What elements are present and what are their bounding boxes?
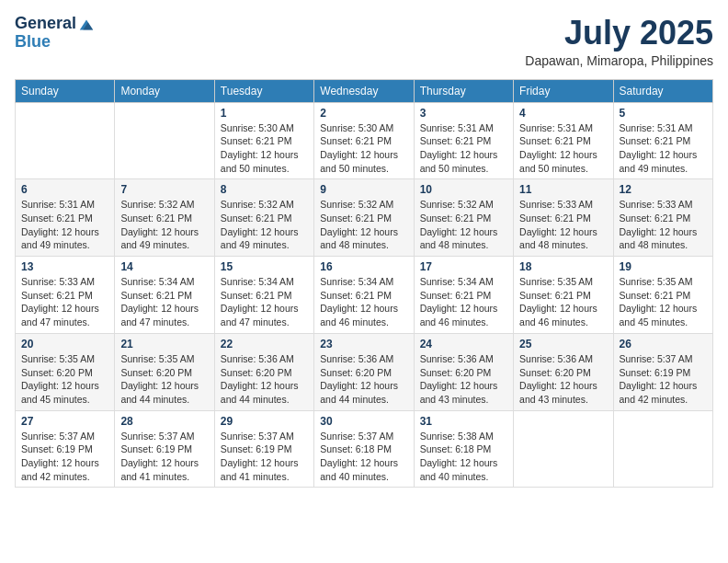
day-info: Sunrise: 5:30 AM Sunset: 6:21 PM Dayligh… xyxy=(221,121,308,176)
calendar-cell: 12Sunrise: 5:33 AM Sunset: 6:21 PM Dayli… xyxy=(613,179,712,257)
calendar-week-row: 13Sunrise: 5:33 AM Sunset: 6:21 PM Dayli… xyxy=(16,257,713,334)
day-info: Sunrise: 5:32 AM Sunset: 6:21 PM Dayligh… xyxy=(420,198,507,252)
calendar-location: Dapawan, Mimaropa, Philippines xyxy=(525,53,713,68)
day-number: 25 xyxy=(519,338,607,350)
weekday-header-sunday: Sunday xyxy=(16,79,115,102)
day-info: Sunrise: 5:36 AM Sunset: 6:20 PM Dayligh… xyxy=(320,352,407,407)
calendar-cell: 27Sunrise: 5:37 AM Sunset: 6:19 PM Dayli… xyxy=(16,410,115,488)
day-number: 4 xyxy=(519,107,607,120)
day-info: Sunrise: 5:37 AM Sunset: 6:19 PM Dayligh… xyxy=(221,430,308,484)
day-info: Sunrise: 5:32 AM Sunset: 6:21 PM Dayligh… xyxy=(120,198,208,252)
calendar-cell: 3Sunrise: 5:31 AM Sunset: 6:21 PM Daylig… xyxy=(414,102,513,179)
day-number: 14 xyxy=(120,260,208,273)
day-number: 30 xyxy=(320,415,407,428)
day-number: 26 xyxy=(620,338,707,350)
day-number: 20 xyxy=(21,338,108,350)
weekday-header-saturday: Saturday xyxy=(613,79,712,102)
calendar-cell: 2Sunrise: 5:30 AM Sunset: 6:21 PM Daylig… xyxy=(314,102,414,179)
calendar-cell xyxy=(115,102,214,179)
day-number: 18 xyxy=(519,260,607,273)
day-info: Sunrise: 5:33 AM Sunset: 6:21 PM Dayligh… xyxy=(620,198,707,252)
day-info: Sunrise: 5:31 AM Sunset: 6:21 PM Dayligh… xyxy=(519,121,607,176)
calendar-week-row: 20Sunrise: 5:35 AM Sunset: 6:20 PM Dayli… xyxy=(16,333,713,410)
calendar-cell: 11Sunrise: 5:33 AM Sunset: 6:21 PM Dayli… xyxy=(514,179,613,257)
logo-icon xyxy=(78,17,95,33)
calendar-cell xyxy=(16,102,115,179)
day-number: 7 xyxy=(120,183,208,196)
calendar-cell: 24Sunrise: 5:36 AM Sunset: 6:20 PM Dayli… xyxy=(414,333,513,410)
day-number: 29 xyxy=(221,415,308,428)
day-number: 5 xyxy=(620,107,707,120)
calendar-cell: 13Sunrise: 5:33 AM Sunset: 6:21 PM Dayli… xyxy=(16,257,115,334)
day-number: 23 xyxy=(320,338,407,350)
day-info: Sunrise: 5:33 AM Sunset: 6:21 PM Dayligh… xyxy=(21,275,108,329)
weekday-header-monday: Monday xyxy=(115,79,214,102)
weekday-header-thursday: Thursday xyxy=(414,79,513,102)
calendar-cell: 26Sunrise: 5:37 AM Sunset: 6:19 PM Dayli… xyxy=(613,333,712,410)
calendar-cell: 8Sunrise: 5:32 AM Sunset: 6:21 PM Daylig… xyxy=(214,179,313,257)
calendar-cell: 7Sunrise: 5:32 AM Sunset: 6:21 PM Daylig… xyxy=(115,179,214,257)
day-number: 17 xyxy=(420,260,507,273)
day-info: Sunrise: 5:36 AM Sunset: 6:20 PM Dayligh… xyxy=(519,352,607,407)
day-number: 2 xyxy=(320,107,407,120)
calendar-cell: 5Sunrise: 5:31 AM Sunset: 6:21 PM Daylig… xyxy=(613,102,712,179)
calendar-cell: 16Sunrise: 5:34 AM Sunset: 6:21 PM Dayli… xyxy=(314,257,414,334)
calendar-cell xyxy=(514,410,613,488)
calendar-cell: 14Sunrise: 5:34 AM Sunset: 6:21 PM Dayli… xyxy=(115,257,214,334)
day-info: Sunrise: 5:32 AM Sunset: 6:21 PM Dayligh… xyxy=(320,198,407,252)
calendar-cell: 4Sunrise: 5:31 AM Sunset: 6:21 PM Daylig… xyxy=(514,102,613,179)
day-number: 12 xyxy=(620,183,707,196)
calendar-cell: 15Sunrise: 5:34 AM Sunset: 6:21 PM Dayli… xyxy=(214,257,313,334)
weekday-header-friday: Friday xyxy=(514,79,613,102)
day-number: 1 xyxy=(221,107,308,120)
day-number: 10 xyxy=(420,183,507,196)
calendar-table: SundayMondayTuesdayWednesdayThursdayFrid… xyxy=(15,79,713,488)
day-number: 6 xyxy=(21,183,108,196)
day-info: Sunrise: 5:31 AM Sunset: 6:21 PM Dayligh… xyxy=(420,121,507,176)
calendar-cell: 28Sunrise: 5:37 AM Sunset: 6:19 PM Dayli… xyxy=(115,410,214,488)
calendar-cell: 31Sunrise: 5:38 AM Sunset: 6:18 PM Dayli… xyxy=(414,410,513,488)
day-info: Sunrise: 5:34 AM Sunset: 6:21 PM Dayligh… xyxy=(221,275,308,329)
day-info: Sunrise: 5:37 AM Sunset: 6:19 PM Dayligh… xyxy=(21,430,108,484)
day-number: 24 xyxy=(420,338,507,350)
logo-general-text: General xyxy=(15,15,76,33)
day-number: 22 xyxy=(221,338,308,350)
calendar-cell: 20Sunrise: 5:35 AM Sunset: 6:20 PM Dayli… xyxy=(16,333,115,410)
day-number: 9 xyxy=(320,183,407,196)
calendar-cell: 29Sunrise: 5:37 AM Sunset: 6:19 PM Dayli… xyxy=(214,410,313,488)
calendar-cell: 22Sunrise: 5:36 AM Sunset: 6:20 PM Dayli… xyxy=(214,333,313,410)
day-info: Sunrise: 5:32 AM Sunset: 6:21 PM Dayligh… xyxy=(221,198,308,252)
day-info: Sunrise: 5:37 AM Sunset: 6:19 PM Dayligh… xyxy=(120,430,208,484)
calendar-week-row: 1Sunrise: 5:30 AM Sunset: 6:21 PM Daylig… xyxy=(16,102,713,179)
day-number: 11 xyxy=(519,183,607,196)
day-info: Sunrise: 5:34 AM Sunset: 6:21 PM Dayligh… xyxy=(320,275,407,329)
day-info: Sunrise: 5:35 AM Sunset: 6:21 PM Dayligh… xyxy=(519,275,607,329)
calendar-title: July 2025 xyxy=(525,15,713,52)
day-info: Sunrise: 5:30 AM Sunset: 6:21 PM Dayligh… xyxy=(320,121,407,176)
calendar-cell: 30Sunrise: 5:37 AM Sunset: 6:18 PM Dayli… xyxy=(314,410,414,488)
calendar-cell xyxy=(613,410,712,488)
day-info: Sunrise: 5:31 AM Sunset: 6:21 PM Dayligh… xyxy=(21,198,108,252)
calendar-cell: 18Sunrise: 5:35 AM Sunset: 6:21 PM Dayli… xyxy=(514,257,613,334)
day-info: Sunrise: 5:34 AM Sunset: 6:21 PM Dayligh… xyxy=(120,275,208,329)
day-info: Sunrise: 5:38 AM Sunset: 6:18 PM Dayligh… xyxy=(420,430,507,484)
title-block: July 2025 Dapawan, Mimaropa, Philippines xyxy=(525,15,713,68)
day-info: Sunrise: 5:36 AM Sunset: 6:20 PM Dayligh… xyxy=(420,352,507,407)
calendar-cell: 23Sunrise: 5:36 AM Sunset: 6:20 PM Dayli… xyxy=(314,333,414,410)
day-number: 27 xyxy=(21,415,108,428)
weekday-header-tuesday: Tuesday xyxy=(214,79,313,102)
day-info: Sunrise: 5:33 AM Sunset: 6:21 PM Dayligh… xyxy=(519,198,607,252)
calendar-cell: 10Sunrise: 5:32 AM Sunset: 6:21 PM Dayli… xyxy=(414,179,513,257)
calendar-cell: 9Sunrise: 5:32 AM Sunset: 6:21 PM Daylig… xyxy=(314,179,414,257)
day-number: 21 xyxy=(120,338,208,350)
day-info: Sunrise: 5:37 AM Sunset: 6:18 PM Dayligh… xyxy=(320,430,407,484)
calendar-cell: 17Sunrise: 5:34 AM Sunset: 6:21 PM Dayli… xyxy=(414,257,513,334)
calendar-cell: 6Sunrise: 5:31 AM Sunset: 6:21 PM Daylig… xyxy=(16,179,115,257)
weekday-header-row: SundayMondayTuesdayWednesdayThursdayFrid… xyxy=(16,79,713,102)
calendar-week-row: 27Sunrise: 5:37 AM Sunset: 6:19 PM Dayli… xyxy=(16,410,713,488)
day-number: 8 xyxy=(221,183,308,196)
day-info: Sunrise: 5:35 AM Sunset: 6:21 PM Dayligh… xyxy=(620,275,707,329)
day-number: 28 xyxy=(120,415,208,428)
day-number: 31 xyxy=(420,415,507,428)
calendar-cell: 25Sunrise: 5:36 AM Sunset: 6:20 PM Dayli… xyxy=(514,333,613,410)
